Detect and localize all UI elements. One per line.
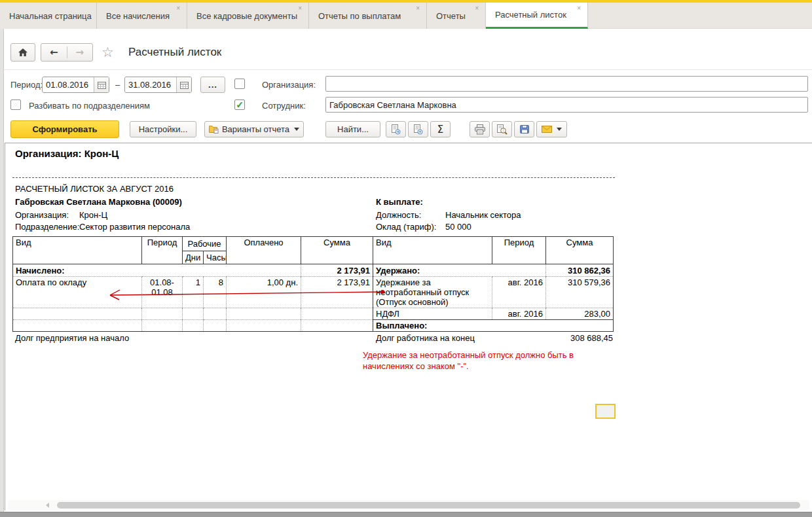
- accrued-total-label: Начислено:: [13, 264, 301, 277]
- tab-home[interactable]: Начальная страница: [0, 3, 97, 29]
- email-envelope-icon: [542, 126, 552, 133]
- period-separator: –: [115, 80, 120, 90]
- history-nav: ← →: [41, 43, 93, 62]
- print-preview-icon: [496, 124, 507, 135]
- calendar-button[interactable]: [94, 77, 109, 92]
- withheld-total-row: Удержано: 310 862,36: [373, 264, 614, 277]
- report-document: Организация: Крон-Ц РАСЧЕТНЫЙ ЛИСТОК ЗА …: [5, 143, 812, 510]
- period-variants-button[interactable]: ...: [200, 77, 225, 93]
- employee-input[interactable]: [325, 97, 808, 113]
- tab-payslip[interactable]: Расчетный листок: [486, 3, 588, 29]
- close-icon[interactable]: [416, 5, 420, 12]
- col-header-period: Период: [492, 237, 546, 264]
- close-icon[interactable]: [298, 5, 302, 12]
- scroll-left-icon[interactable]: [46, 503, 49, 508]
- col-header-working: Рабочие: [183, 237, 227, 251]
- report-employee-header: Габровская Светлана Марковна (00009): [15, 197, 182, 207]
- accrual-row: Оплата по окладу 01.08-01.08 1 8 1,00 дн…: [13, 277, 373, 308]
- position-label: Должность:: [376, 210, 421, 220]
- save-button[interactable]: [514, 121, 534, 137]
- selected-cell-cursor[interactable]: [595, 404, 616, 419]
- withholding-row: Удержание за неотработанный отпуск (Отпу…: [373, 277, 614, 308]
- salary-label: Оклад (тариф):: [376, 222, 436, 232]
- col-header-period: Период: [142, 237, 183, 264]
- tab-label: Отчеты по выплатам: [318, 11, 401, 21]
- org-info-value: Крон-Ц: [79, 210, 107, 220]
- report-title: РАСЧЕТНЫЙ ЛИСТОК ЗА АВГУСТ 2016: [15, 184, 174, 194]
- report-org-header: Организация: Крон-Ц: [15, 148, 119, 159]
- accrual-sum: 2 173,91: [301, 277, 373, 308]
- window-bottom-edge: [0, 512, 812, 517]
- send-email-button[interactable]: [536, 121, 567, 137]
- col-header-paid: Оплачено: [227, 237, 301, 264]
- dept-info-value: Сектор развития персонала: [79, 222, 190, 232]
- favorite-star-icon[interactable]: ☆: [101, 45, 114, 60]
- window-edge: [0, 29, 4, 512]
- folder-icon: [209, 125, 219, 134]
- copy-cells-button[interactable]: [386, 121, 406, 137]
- close-icon[interactable]: [475, 5, 479, 12]
- forward-icon[interactable]: →: [67, 46, 93, 58]
- withholding-kind: Удержание за неотработанный отпуск (Отпу…: [373, 277, 492, 308]
- back-icon[interactable]: ←: [41, 46, 67, 58]
- employee-checkbox[interactable]: [234, 99, 245, 110]
- dept-info-label: Подразделение:: [15, 222, 79, 232]
- col-header-days: Дни: [183, 251, 204, 264]
- org-info-label: Организация:: [15, 210, 69, 220]
- tab-reports[interactable]: Отчеты: [427, 3, 486, 29]
- close-icon[interactable]: [577, 5, 581, 12]
- preview-button[interactable]: [492, 121, 512, 137]
- nav-header: ← → ☆ Расчетный листок: [0, 29, 812, 70]
- annotation-note: Удержание за неотработанный отпуск должн…: [363, 349, 592, 372]
- sum-button[interactable]: Σ: [430, 121, 451, 137]
- employee-debt-value: 308 688,45: [547, 333, 613, 343]
- printer-icon: [474, 124, 486, 135]
- tab-label: Расчетный листок: [495, 10, 566, 20]
- scrollbar-thumb[interactable]: [57, 502, 800, 508]
- withholdings-table: Вид Период Сумма Удержано: 310 862,36 Уд…: [373, 236, 614, 332]
- print-button[interactable]: [470, 121, 490, 137]
- paste-cells-button[interactable]: [408, 121, 428, 137]
- accrual-paid: 1,00 дн.: [227, 277, 301, 308]
- withholding-sum: 283,00: [546, 308, 614, 320]
- accrued-total-row: Начислено: 2 173,91: [13, 264, 373, 277]
- period-from-input[interactable]: [43, 77, 94, 92]
- report-variants-button[interactable]: Варианты отчета: [204, 121, 304, 137]
- calendar-button[interactable]: [176, 77, 191, 92]
- org-checkbox[interactable]: [234, 79, 245, 89]
- home-button[interactable]: [10, 43, 35, 62]
- find-button[interactable]: Найти...: [325, 121, 380, 137]
- col-header-kind: Вид: [373, 237, 492, 264]
- close-icon[interactable]: [176, 5, 180, 12]
- withholding-kind: НДФЛ: [373, 308, 492, 320]
- generate-button[interactable]: Сформировать: [10, 120, 119, 138]
- company-debt-label: Долг предприятия на начало: [15, 333, 129, 343]
- organization-label: Организация:: [262, 80, 316, 90]
- document-copy-icon: [391, 124, 401, 135]
- horizontal-scrollbar[interactable]: [8, 500, 809, 510]
- col-header-sum: Сумма: [301, 237, 373, 264]
- page-title: Расчетный листок: [128, 46, 221, 59]
- tab-payment-reports[interactable]: Отчеты по выплатам: [309, 3, 427, 29]
- split-by-departments-checkbox[interactable]: [10, 99, 21, 110]
- position-value: Начальник сектора: [445, 210, 521, 220]
- withholding-period: авг. 2016: [492, 308, 546, 320]
- settings-button[interactable]: Настройки...: [130, 121, 196, 137]
- employee-label: Сотрудник:: [262, 101, 306, 111]
- col-header-kind: Вид: [13, 237, 142, 264]
- period-to-input[interactable]: [125, 77, 176, 92]
- tab-label: Все начисления: [106, 11, 170, 21]
- tab-hr-documents[interactable]: Все кадровые документы: [187, 3, 309, 29]
- tab-bar: Начальная страница Все начисления Все ка…: [0, 3, 812, 29]
- payslip-tables: Вид Период Рабочие Оплачено Сумма Дни Ча…: [12, 236, 614, 332]
- col-header-hours: Часы: [204, 251, 227, 264]
- separator-dashed-line: [12, 177, 615, 178]
- employee-debt-label: Долг работника на конец: [376, 333, 475, 343]
- tab-all-accruals[interactable]: Все начисления: [97, 3, 187, 29]
- home-icon: [18, 48, 28, 57]
- withholding-sum: 310 579,36: [546, 277, 614, 308]
- chevron-down-icon: [557, 128, 562, 131]
- organization-input[interactable]: [325, 76, 808, 92]
- withheld-total-label: Удержано:: [373, 264, 546, 277]
- accruals-table: Вид Период Рабочие Оплачено Сумма Дни Ча…: [12, 236, 373, 332]
